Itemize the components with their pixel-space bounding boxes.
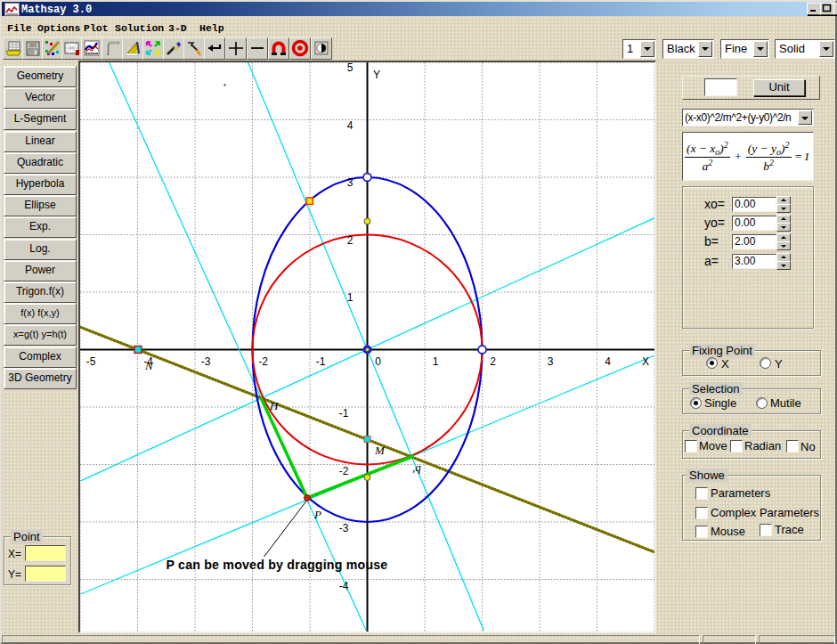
svg-text:4: 4 [605, 355, 611, 368]
svg-text:M: M [374, 444, 386, 457]
svg-text:-3: -3 [201, 355, 211, 368]
svg-text:1: 1 [347, 291, 353, 304]
svg-text:H: H [269, 399, 279, 412]
svg-text:-2: -2 [258, 355, 268, 368]
svg-text:4: 4 [347, 119, 353, 132]
svg-text:-4: -4 [339, 580, 349, 592]
svg-text:N: N [144, 359, 154, 372]
svg-text:5: 5 [347, 62, 353, 74]
svg-text:-2: -2 [339, 465, 349, 477]
svg-text:-1: -1 [316, 355, 326, 368]
svg-text:1: 1 [433, 355, 439, 368]
svg-text:,q: ,q [412, 461, 421, 474]
svg-text:3: 3 [347, 176, 353, 189]
svg-text:P: P [313, 508, 321, 521]
svg-text:2: 2 [490, 355, 496, 368]
svg-text:2: 2 [347, 234, 353, 247]
svg-text:-3: -3 [339, 522, 349, 534]
svg-text:3: 3 [548, 355, 554, 368]
svg-text:P can be moved by dragging mou: P can be moved by dragging mouse [167, 558, 388, 572]
svg-text:-5: -5 [86, 355, 96, 368]
svg-text:Y: Y [373, 69, 380, 81]
svg-text:0: 0 [375, 355, 381, 368]
svg-text:X: X [642, 355, 649, 368]
svg-text:-1: -1 [339, 407, 349, 420]
